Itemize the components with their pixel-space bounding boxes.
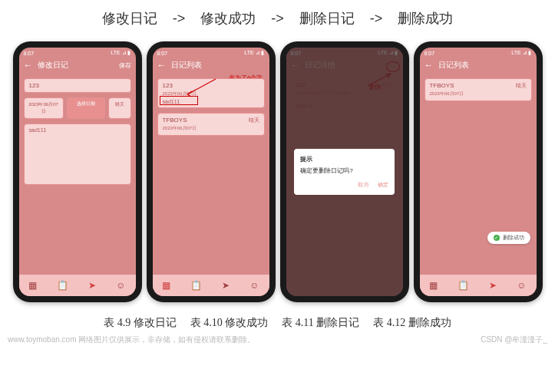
body-input[interactable]: sad111: [24, 124, 131, 185]
flow-step-3: 删除日记: [299, 9, 355, 28]
bottom-nav: ▦ 📋 ➤ ☺: [153, 275, 269, 296]
card-title: TFBOYS: [163, 117, 259, 124]
page-title: 日记列表: [171, 60, 265, 71]
back-icon[interactable]: ←: [157, 60, 167, 71]
card-date: 2023年06月07日: [430, 91, 527, 97]
nav-home-icon[interactable]: ▦: [162, 280, 170, 291]
caption-4: 表 4.12 删除成功: [373, 316, 451, 330]
nav-send-icon[interactable]: ➤: [222, 280, 230, 291]
card-weather: 晴天: [249, 117, 259, 124]
date-picker-button[interactable]: 选择日期: [67, 97, 105, 119]
nav-home-icon[interactable]: ▦: [28, 280, 37, 291]
nav-send-icon[interactable]: ➤: [489, 280, 497, 291]
dialog-message: 确定要删除日记吗?: [300, 166, 388, 175]
phone-mockup: 8:07 LTE ⊿ ▮ ← 日记列表 变为了6个字 123 2023年06月0…: [147, 41, 276, 302]
nav-home-icon[interactable]: ▦: [429, 280, 438, 291]
caption-2: 表 4.10 修改成功: [190, 316, 269, 330]
nav-send-icon[interactable]: ➤: [88, 280, 96, 291]
status-bar: 8:07 LTE ⊿ ▮: [153, 48, 269, 57]
nav-list-icon[interactable]: 📋: [190, 280, 202, 291]
arrow-icon: ->: [173, 11, 186, 27]
check-icon: ✓: [494, 235, 500, 241]
status-icons: LTE ⊿ ▮: [511, 50, 531, 56]
annotation-highlight-box: [160, 96, 198, 105]
status-time: 8:07: [425, 51, 435, 56]
status-icons: LTE ⊿ ▮: [111, 50, 130, 56]
date-row: 2023年06月07日 选择日期 晴天: [24, 97, 131, 119]
nav-profile-icon[interactable]: ☺: [249, 280, 259, 291]
arrow-icon: ->: [370, 11, 383, 27]
bottom-nav: ▦ 📋 ➤ ☺: [420, 275, 537, 296]
flow-header: 修改日记 -> 修改成功 -> 删除日记 -> 删除成功: [0, 0, 555, 41]
status-time: 8:07: [24, 51, 35, 56]
arrow-icon: ->: [271, 11, 284, 27]
date-display: 2023年06月07日: [24, 97, 64, 119]
nav-list-icon[interactable]: 📋: [57, 280, 68, 291]
bottom-nav: ▦ 📋 ➤ ☺: [19, 275, 136, 296]
content-area: 变为了6个字 123 2023年06月07日 sad111 TFBOYS 晴天 …: [153, 74, 269, 275]
caption-1: 表 4.9 修改日记: [104, 316, 177, 330]
flow-step-4: 删除成功: [398, 9, 453, 28]
flow-step-1: 修改日记: [102, 9, 157, 28]
status-icons: LTE ⊿ ▮: [244, 50, 264, 56]
page-title: 日记列表: [438, 60, 532, 71]
diary-card[interactable]: TFBOYS 晴天 2023年06月07日: [425, 78, 532, 101]
status-time: 8:07: [157, 51, 168, 56]
confirm-dialog: 提示 确定要删除日记吗? 取消 确定: [294, 149, 395, 195]
nav-list-icon[interactable]: 📋: [458, 280, 469, 291]
watermark-left: www.toymoban.com 网络图片仅供展示，非存储，如有侵权请联系删除。: [8, 334, 255, 345]
card-date: 2023年06月07日: [163, 125, 259, 132]
diary-card[interactable]: 123 2023年06月07日 sad111: [157, 78, 265, 108]
caption-row: 表 4.9 修改日记 表 4.10 修改成功 表 4.11 删除日记 表 4.1…: [0, 302, 555, 333]
card-title: 123: [163, 82, 259, 89]
phone-mockup: 8:07 LTE ⊿ ▮ ← 修改日记 保存 123 2023年06月07日 选…: [13, 41, 142, 302]
nav-profile-icon[interactable]: ☺: [517, 280, 526, 291]
content-area: 123 2023年06月07日 选择日期 晴天 sad111: [19, 74, 136, 275]
screen: 8:07 LTE ⊿ ▮ ← 日记详情 删除 123 晴天 2023年06月07…: [286, 48, 403, 296]
screen: 8:07 LTE ⊿ ▮ ← 修改日记 保存 123 2023年06月07日 选…: [19, 48, 136, 296]
nav-profile-icon[interactable]: ☺: [116, 280, 125, 291]
modal-overlay: 提示 确定要删除日记吗? 取消 确定: [286, 48, 403, 296]
app-bar: ← 修改日记 保存: [19, 57, 136, 74]
phone-mockup: 8:07 LTE ⊿ ▮ ← 日记详情 删除 123 晴天 2023年06月07…: [280, 41, 409, 302]
weather-input[interactable]: 晴天: [108, 97, 131, 119]
status-bar: 8:07 LTE ⊿ ▮: [19, 48, 136, 57]
flow-step-2: 修改成功: [200, 9, 256, 28]
watermark-right: CSDN @牟潼潼子_: [481, 334, 547, 345]
title-input[interactable]: 123: [24, 78, 131, 93]
page-title: 修改日记: [38, 60, 114, 71]
diary-card[interactable]: TFBOYS 晴天 2023年06月07日: [157, 113, 265, 136]
footer: www.toymoban.com 网络图片仅供展示，非存储，如有侵权请联系删除。…: [0, 333, 555, 347]
status-bar: 8:07 LTE ⊿ ▮: [420, 48, 537, 57]
screen: 8:07 LTE ⊿ ▮ ← 日记列表 变为了6个字 123 2023年06月0…: [153, 48, 269, 296]
toast-success: ✓ 删除成功: [487, 232, 530, 244]
save-button[interactable]: 保存: [119, 61, 131, 70]
caption-3: 表 4.11 删除日记: [282, 316, 359, 330]
card-title: TFBOYS: [430, 82, 527, 89]
app-bar: ← 日记列表: [420, 57, 537, 74]
phone-mockup: 8:07 LTE ⊿ ▮ ← 日记列表 TFBOYS 晴天 2023年06月07…: [414, 41, 543, 302]
back-icon[interactable]: ←: [425, 60, 434, 71]
confirm-button[interactable]: 确定: [378, 182, 388, 187]
app-bar: ← 日记列表: [153, 57, 269, 74]
toast-text: 删除成功: [503, 234, 524, 242]
screen: 8:07 LTE ⊿ ▮ ← 日记列表 TFBOYS 晴天 2023年06月07…: [420, 48, 537, 296]
dialog-title: 提示: [300, 155, 388, 163]
card-weather: 晴天: [516, 82, 527, 90]
back-icon[interactable]: ←: [24, 60, 33, 71]
cancel-button[interactable]: 取消: [358, 182, 368, 187]
content-area: TFBOYS 晴天 2023年06月07日 ✓ 删除成功: [420, 74, 537, 275]
phone-row: 8:07 LTE ⊿ ▮ ← 修改日记 保存 123 2023年06月07日 选…: [0, 41, 555, 302]
